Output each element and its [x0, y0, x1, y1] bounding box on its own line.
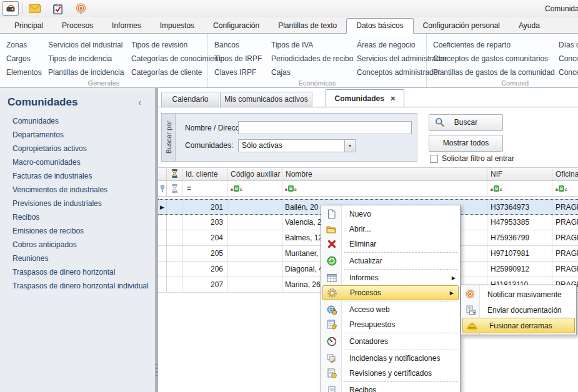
ribbon-tab-principal[interactable]: Principal	[5, 19, 52, 33]
ribbon-item-cajas[interactable]: Cajas	[271, 66, 347, 79]
ribbon-item-servicios-industrial[interactable]: Servicios del industrial	[48, 38, 122, 52]
filter-op-id[interactable]: =	[182, 181, 227, 196]
checkbox-unchecked[interactable]	[430, 155, 438, 163]
ribbon-tab-datos-basicos[interactable]: Datos básicos	[346, 18, 413, 34]
receipt-icon	[326, 385, 337, 392]
doc-tab-mis-comunicados[interactable]: Mis comunicados activos	[220, 92, 312, 107]
ribbon-group-label: Comunid	[427, 79, 578, 87]
show-all-button[interactable]: Mostrar todos	[429, 135, 503, 152]
ribbon-item-bancos[interactable]: Bancos	[214, 38, 262, 52]
doc-tab-label: Mis comunicados activos	[224, 95, 307, 104]
collapse-chevron-icon[interactable]: ‹	[138, 97, 141, 107]
toolbar-separator	[22, 2, 23, 14]
ribbon-item-claves-irpf[interactable]: Claves IRPF	[214, 66, 262, 79]
menu-item-acceso-web[interactable]: Acceso web	[321, 302, 460, 317]
menu-item-nuevo[interactable]: Nuevo	[321, 207, 460, 222]
sidebar-item-vencimientos-industriales[interactable]: Vencimientos de industriales	[0, 183, 155, 197]
ribbon-tab-configuracion-personal[interactable]: Configuración personal	[414, 19, 509, 33]
filter-op-nif[interactable]: aBc	[487, 181, 552, 196]
menu-item-abrir[interactable]: Abrir...	[321, 222, 460, 237]
ribbon-item-conceptos-a[interactable]: Conceptos	[559, 52, 578, 66]
menu-separator	[344, 381, 457, 382]
sidebar-item-cobros-anticipados[interactable]: Cobros anticipados	[0, 238, 155, 252]
ribbon-item-plantillas-gastos[interactable]: Plantillas de gastos de la comunidad	[433, 66, 549, 79]
procesos-submenu: Notificar masivamente Enviar documentaci…	[461, 285, 577, 335]
ribbon-item-conceptos-b[interactable]: Conceptos	[559, 66, 578, 79]
cell-nif: H47953385	[487, 215, 552, 230]
ribbon-tab-procesos[interactable]: Procesos	[52, 19, 102, 33]
menu-item-recibos[interactable]: Recibos	[321, 383, 460, 392]
grid-header-status[interactable]	[167, 168, 182, 180]
sidebar-item-emisiones-recibos[interactable]: Emisiones de recibos	[0, 224, 155, 238]
ribbon-item-tipos-iva[interactable]: Tipos de IVA	[271, 38, 347, 52]
menu-separator	[344, 350, 457, 350]
close-icon[interactable]: ×	[391, 94, 396, 103]
budget-spreadsheet-icon	[326, 320, 337, 330]
filter-pin-icon[interactable]	[158, 181, 167, 196]
cell-codigo	[227, 277, 282, 292]
ribbon-tab-ayuda[interactable]: Ayuda	[509, 19, 549, 33]
ribbon-item-periodicidades-recibo[interactable]: Periodicidades de recibo	[271, 52, 347, 66]
sidebar-item-recibos[interactable]: Recibos	[0, 210, 155, 224]
sidebar-item-previsiones-industriales[interactable]: Previsiones de industriales	[0, 197, 155, 210]
sidebar-item-traspasos-horizontal[interactable]: Traspasos de dinero horizontal	[0, 265, 155, 279]
sidebar-item-reuniones[interactable]: Reuniones	[0, 252, 155, 265]
menu-item-presupuestos[interactable]: Presupuestos	[321, 317, 460, 332]
menu-item-revisiones[interactable]: Revisiones y certificados	[321, 366, 460, 381]
search-button[interactable]: Buscar	[429, 114, 503, 131]
search-panel: Buscar por Nombre / Dirección: Comunidad…	[161, 113, 417, 162]
ribbon-item-zonas[interactable]: Zonas	[6, 38, 39, 52]
ribbon-item-conceptos-gastos[interactable]: Conceptos de gastos comunitarios	[433, 52, 549, 66]
grid-header-oficina[interactable]: Oficina	[552, 168, 578, 180]
menu-item-eliminar[interactable]: Eliminar	[321, 237, 460, 252]
ribbon-item-elementos[interactable]: Elementos	[6, 66, 39, 79]
sidebar-item-copropietarios-activos[interactable]: Copropietarios activos	[0, 142, 155, 155]
menu-item-contadores[interactable]: Contadores	[321, 334, 460, 349]
ribbon-item-cargos[interactable]: Cargos	[6, 52, 39, 66]
gauge-icon	[326, 336, 337, 347]
sidebar-item-comunidades[interactable]: Comunidades	[0, 114, 155, 128]
app-menu-button[interactable]	[2, 1, 19, 16]
ribbon-item-tipos-incidencia[interactable]: Tipos de incidencia	[48, 52, 122, 66]
cell-nif: H97107981	[487, 246, 552, 261]
grid-header-id-cliente[interactable]: Id. cliente	[182, 168, 227, 180]
filter-op-oficina[interactable]: aBc	[552, 181, 578, 196]
sidebar-item-traspasos-horizontal-individual[interactable]: Traspasos de dinero horizontal individua…	[0, 279, 155, 293]
request-filter-checkbox-row: Solicitar filtro al entrar	[430, 154, 514, 163]
ribbon-tab-configuracion[interactable]: Configuración	[204, 19, 269, 33]
cell-id: 207	[182, 277, 227, 292]
doc-tab-calendario[interactable]: Calendario	[161, 92, 219, 107]
sidebar-item-facturas-industriales[interactable]: Facturas de industriales	[0, 169, 155, 183]
broadcast-icon[interactable]	[74, 2, 87, 15]
ribbon-item-dias[interactable]: Días de em	[559, 38, 578, 52]
filter-op-codigo[interactable]: aBc	[227, 181, 282, 196]
chevron-down-icon[interactable]: ▼	[344, 140, 355, 152]
mail-icon[interactable]	[28, 2, 41, 15]
submenu-item-enviar-documentacion[interactable]: Enviar documentación	[461, 302, 576, 318]
sidebar-item-departamentos[interactable]: Departamentos	[0, 128, 155, 142]
ribbon-item-tipos-irpf[interactable]: Tipos de IRPF	[214, 52, 262, 66]
submenu-item-notificar-masivamente[interactable]: Notificar masivamente	[461, 287, 576, 302]
cell-oficina: PRAGMA	[552, 215, 578, 230]
grid-header-nombre[interactable]: Nombre	[282, 168, 487, 180]
sidebar-item-macro-comunidades[interactable]: Macro-comunidades	[0, 155, 155, 169]
submenu-item-fusionar-derramas[interactable]: Fusionar derramas	[462, 318, 575, 333]
ribbon-tab-impuestos[interactable]: Impuestos	[151, 19, 204, 33]
ribbon-tab-informes[interactable]: Informes	[102, 19, 151, 33]
cell-id: 206	[182, 262, 227, 277]
menu-item-procesos[interactable]: Procesos ▶	[322, 285, 459, 300]
ribbon-item-coeficientes-reparto[interactable]: Coeficientes de reparto	[433, 38, 549, 52]
search-icon	[435, 117, 445, 133]
menu-item-actualizar[interactable]: Actualizar	[321, 253, 460, 268]
name-address-input[interactable]	[238, 121, 412, 134]
grid-header-nif[interactable]: NIF	[487, 168, 552, 180]
filter-op-nombre[interactable]: aBc	[282, 181, 487, 196]
menu-item-incidencias[interactable]: Incidencias y notificaciones	[321, 351, 460, 366]
grid-header-codigo-auxiliar[interactable]: Código auxiliar	[227, 168, 282, 180]
tasks-clipboard-icon[interactable]	[51, 2, 64, 15]
menu-item-informes[interactable]: Informes ▶	[321, 270, 460, 285]
communities-select[interactable]: Sólo activas ▼	[238, 139, 356, 152]
ribbon-item-plantillas-incidencia[interactable]: Plantillas de incidencia	[48, 66, 122, 79]
doc-tab-comunidades[interactable]: Comunidades×	[326, 89, 404, 107]
ribbon-tab-plantillas-de-texto[interactable]: Plantillas de texto	[269, 19, 346, 33]
